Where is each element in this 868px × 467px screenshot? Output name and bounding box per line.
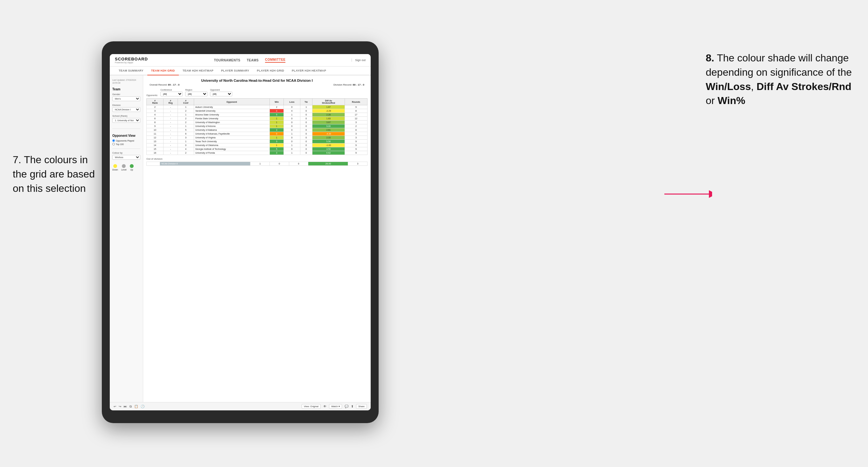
colour-by-select[interactable]: Win/loss bbox=[112, 155, 140, 160]
conference-select[interactable]: (All) bbox=[160, 92, 183, 96]
share-icon[interactable]: ⬆ bbox=[351, 405, 353, 408]
cell-conf: 2 bbox=[178, 109, 194, 113]
cell-tie: 0 bbox=[300, 136, 312, 139]
sub-nav-team-h2h-heatmap[interactable]: TEAM H2H HEATMAP bbox=[179, 66, 217, 75]
tablet-frame: SCOREBOARD Powered by clippd TOURNAMENTS… bbox=[102, 41, 379, 423]
forward-icon[interactable]: ⏭ bbox=[124, 405, 127, 408]
cell-loss: 0 bbox=[284, 105, 300, 109]
redo-icon[interactable]: ↪ bbox=[119, 405, 121, 408]
cell-division bbox=[147, 162, 160, 166]
colour-level: Level bbox=[121, 164, 127, 171]
cell-rank: 11 bbox=[147, 132, 163, 136]
cell-win: 3 bbox=[270, 151, 283, 155]
watch-btn[interactable]: Watch ▾ bbox=[329, 404, 342, 409]
paste-icon[interactable]: 📋 bbox=[134, 405, 138, 408]
cell-win: 3 bbox=[270, 139, 283, 144]
colour-by-label: Colour by bbox=[112, 151, 140, 154]
cell-division-name: NCAA Division II bbox=[160, 162, 250, 166]
cell-tie: 0 bbox=[300, 132, 312, 136]
cell-win: 2 bbox=[270, 105, 283, 109]
grid-record: Overall Record: 89 - 17 - 0 Division Rec… bbox=[146, 83, 368, 86]
out-of-division-label: Out of division bbox=[146, 157, 368, 160]
nav-committee[interactable]: COMMITTEE bbox=[265, 58, 286, 63]
cell-rank: 13 bbox=[147, 139, 163, 144]
cell-conf: 1 bbox=[178, 124, 194, 128]
table-header: #Rank #Reg #Conf Opponent Win Loss Tie D… bbox=[147, 99, 368, 105]
opponent-select[interactable]: (All) bbox=[210, 92, 232, 96]
cell-loss: 0 bbox=[284, 139, 300, 144]
col-conf: #Conf bbox=[178, 99, 194, 105]
cell-win: 5 bbox=[270, 113, 283, 117]
comment-icon[interactable]: 💬 bbox=[345, 405, 348, 408]
cell-rank: 6 bbox=[147, 117, 163, 121]
cell-reg: - bbox=[163, 117, 178, 121]
brand: SCOREBOARD Powered by clippd bbox=[115, 57, 148, 64]
nav-teams[interactable]: TEAMS bbox=[247, 59, 259, 62]
radio-opponents-played[interactable]: Opponents Played bbox=[112, 139, 140, 142]
cell-loss: 1 bbox=[284, 132, 300, 136]
division-select[interactable]: NCAA Division I bbox=[112, 107, 140, 112]
gender-label: Gender bbox=[112, 93, 140, 96]
undo-icon[interactable]: ↩ bbox=[114, 405, 116, 408]
clock-icon[interactable]: 🕐 bbox=[141, 405, 145, 408]
col-rank: #Rank bbox=[147, 99, 163, 105]
overall-record: Overall Record: 89 - 17 - 0 bbox=[150, 83, 180, 86]
cell-loss: 0 bbox=[284, 117, 300, 121]
view-original-btn[interactable]: View: Original bbox=[302, 404, 321, 409]
cell-team: Auburn University bbox=[194, 105, 270, 109]
col-win: Win bbox=[270, 99, 283, 105]
brand-sub: Powered by clippd bbox=[115, 61, 148, 64]
bottom-toolbar: ↩ ↪ ⏭ ⧉ 📋 🕐 View: Original 👁 Watch ▾ 💬 ⬆… bbox=[110, 402, 371, 410]
cell-rounds: 2 bbox=[345, 124, 367, 128]
gender-select[interactable]: Men's bbox=[112, 96, 140, 101]
col-diff: Diff AvStrokes/Rnd bbox=[312, 99, 345, 105]
cell-team: University of Alabama bbox=[194, 128, 270, 132]
cell-rounds: 9 bbox=[345, 147, 367, 151]
sub-nav-player-summary[interactable]: PLAYER SUMMARY bbox=[217, 66, 253, 75]
school-select[interactable]: 1. University of Nort... bbox=[112, 118, 140, 123]
cell-diff: 2.28 bbox=[312, 113, 345, 117]
cell-rank: 2 bbox=[147, 105, 163, 109]
table-row: 10 - 5 University of Alabama 3 0 0 2.61 … bbox=[147, 128, 368, 132]
col-tie: Tie bbox=[300, 99, 312, 105]
cell-team: University of Arkansas, Fayetteville bbox=[194, 132, 270, 136]
cell-division-loss: 0 bbox=[270, 162, 289, 166]
nav-tournaments[interactable]: TOURNAMENTS bbox=[214, 59, 240, 62]
cell-rank: 12 bbox=[147, 136, 163, 139]
cell-rounds: 9 bbox=[345, 144, 367, 147]
out-division-body: NCAA Division II 1 0 0 26.00 3 bbox=[147, 162, 368, 166]
cell-reg: - bbox=[163, 113, 178, 117]
sub-nav-team-summary[interactable]: TEAM SUMMARY bbox=[115, 66, 147, 75]
colour-by-section: Colour by Win/loss bbox=[112, 149, 140, 162]
cell-conf: 4 bbox=[178, 147, 194, 151]
cell-rank: 16 bbox=[147, 151, 163, 155]
grid-title: University of North Carolina Head-to-Hea… bbox=[146, 79, 368, 83]
conference-label: Conference bbox=[160, 89, 183, 91]
cell-conf: 3 bbox=[178, 136, 194, 139]
app-header: SCOREBOARD Powered by clippd TOURNAMENTS… bbox=[110, 54, 371, 66]
cell-loss: 4 bbox=[284, 109, 300, 113]
sub-nav-player-h2h-heatmap[interactable]: PLAYER H2H HEATMAP bbox=[288, 66, 330, 75]
copy-icon[interactable]: ⧉ bbox=[129, 405, 132, 408]
sub-nav-team-h2h-grid[interactable]: TEAM H2H GRID bbox=[147, 66, 179, 75]
sign-out[interactable]: Sign out bbox=[351, 59, 366, 62]
sub-nav-player-h2h-grid[interactable]: PLAYER H2H GRID bbox=[253, 66, 288, 75]
radio-top100[interactable]: Top 100 bbox=[112, 143, 140, 145]
data-table: #Rank #Reg #Conf Opponent Win Loss Tie D… bbox=[146, 98, 368, 155]
cell-conf: 6 bbox=[178, 132, 194, 136]
opponent-filter-group: Opponent (All) bbox=[210, 89, 232, 96]
region-select[interactable]: (All) bbox=[185, 92, 208, 96]
cell-loss: 0 bbox=[284, 124, 300, 128]
cell-win: 0 bbox=[270, 132, 283, 136]
cell-tie: 0 bbox=[300, 117, 312, 121]
cell-win: 5 bbox=[270, 147, 283, 151]
cell-rank: 9 bbox=[147, 124, 163, 128]
tablet-screen: SCOREBOARD Powered by clippd TOURNAMENTS… bbox=[110, 54, 371, 410]
cell-diff: 2.33 bbox=[312, 136, 345, 139]
cell-reg: - bbox=[163, 128, 178, 132]
table-row: 2 - 1 Auburn University 2 0 1 1.67 9 bbox=[147, 105, 368, 109]
share-btn[interactable]: Share bbox=[356, 404, 367, 409]
col-loss: Loss bbox=[284, 99, 300, 105]
opponents-filter-group: Opponents: bbox=[146, 94, 158, 96]
sub-nav: TEAM SUMMARY TEAM H2H GRID TEAM H2H HEAT… bbox=[110, 66, 371, 75]
